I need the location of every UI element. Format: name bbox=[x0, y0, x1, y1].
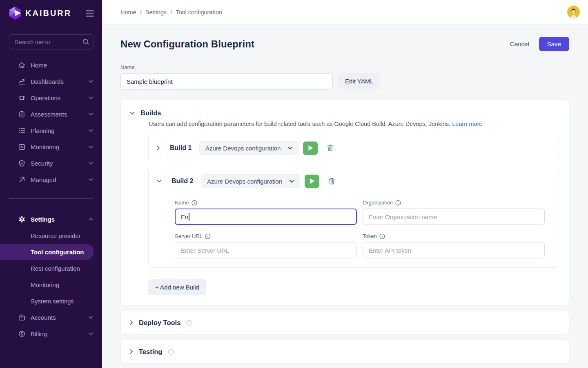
edit-yaml-button[interactable]: Edit YAML bbox=[338, 73, 380, 89]
sidebar-item-label: Billing bbox=[31, 330, 47, 337]
hamburger-icon[interactable] bbox=[86, 9, 94, 17]
sidebar-item-home[interactable]: Home bbox=[0, 57, 102, 73]
sidebar-item-assessments[interactable]: Assessments bbox=[0, 106, 102, 122]
sidebar-item-monitoring[interactable]: Monitoring bbox=[0, 139, 102, 155]
sidebar-subitem-resource-provider[interactable]: Resource provider bbox=[0, 227, 94, 244]
sidebar-item-security[interactable]: Security bbox=[0, 155, 102, 171]
sidebar-subitem-label: Resource provider bbox=[31, 232, 81, 239]
cancel-button[interactable]: Cancel bbox=[510, 40, 529, 47]
home-icon bbox=[18, 61, 26, 69]
logo-row: KAIBURR bbox=[0, 0, 102, 25]
breadcrumb-settings[interactable]: Settings bbox=[145, 9, 167, 16]
build-1-run-button[interactable] bbox=[303, 141, 318, 155]
chevron-down-icon bbox=[89, 332, 93, 335]
sidebar-subitem-label: System settings bbox=[31, 298, 74, 305]
save-button[interactable]: Save bbox=[539, 37, 569, 51]
info-icon[interactable] bbox=[395, 200, 401, 206]
testing-title: Testing bbox=[139, 348, 162, 356]
sidebar-item-managed[interactable]: Managed bbox=[0, 171, 102, 188]
main-area: Home / Settings / Tool configuration New… bbox=[102, 0, 588, 368]
search-icon bbox=[82, 38, 89, 45]
build-2-title: Build 2 bbox=[172, 177, 200, 185]
build-2-server-url-input[interactable] bbox=[175, 242, 357, 258]
assessments-icon bbox=[18, 110, 26, 118]
chevron-down-icon bbox=[89, 146, 93, 148]
builds-description: Users can add configuration parameters f… bbox=[149, 121, 559, 127]
build-2-run-button[interactable] bbox=[305, 175, 319, 188]
sidebar-subitem-monitoring[interactable]: Monitoring bbox=[0, 276, 94, 293]
testing-expand-chevron-icon[interactable] bbox=[130, 349, 133, 354]
sidebar-item-label: Planning bbox=[31, 127, 54, 134]
sidebar-subitem-system-settings[interactable]: System settings bbox=[0, 293, 94, 309]
chevron-down-icon bbox=[89, 96, 93, 99]
sidebar-subitem-label: Tool configuration bbox=[31, 249, 84, 256]
build-2-name-field: Name En bbox=[175, 200, 357, 225]
build-1-expand-chevron-icon[interactable] bbox=[157, 146, 160, 150]
billing-dollar-icon bbox=[18, 330, 26, 338]
brand-name: KAIBURR bbox=[25, 9, 71, 18]
build-2-name-value: En bbox=[181, 213, 188, 220]
blueprint-name-block: Name Edit YAML bbox=[120, 64, 569, 90]
build-1-tool-dropdown[interactable]: Azure Devops configuration bbox=[199, 141, 298, 155]
build-2-delete-button[interactable] bbox=[328, 177, 335, 185]
sidebar-item-label: Settings bbox=[31, 216, 55, 223]
info-icon[interactable] bbox=[168, 349, 174, 355]
build-2-organization-input[interactable] bbox=[363, 209, 545, 225]
monitoring-icon bbox=[18, 143, 26, 151]
sidebar-subitem-tool-configuration[interactable]: Tool configuration bbox=[0, 244, 94, 260]
build-2-token-input[interactable] bbox=[363, 242, 545, 258]
sidebar-item-billing[interactable]: Billing bbox=[0, 325, 102, 342]
blueprint-name-label: Name bbox=[120, 64, 569, 70]
sidebar-item-operations[interactable]: Operations bbox=[0, 90, 102, 106]
breadcrumb-home[interactable]: Home bbox=[120, 9, 136, 16]
add-new-build-button[interactable]: + Add new Build bbox=[148, 279, 206, 295]
chevron-down-icon bbox=[89, 178, 93, 181]
user-avatar[interactable] bbox=[567, 6, 580, 18]
chevron-down-icon bbox=[288, 147, 292, 150]
page-header: New Configuration Blueprint Cancel Save bbox=[120, 37, 569, 51]
build-2-tool-value: Azure Devops configuration bbox=[207, 178, 282, 185]
sidebar-item-label: Operations bbox=[31, 94, 60, 101]
blueprint-name-input[interactable] bbox=[120, 73, 333, 90]
page-title: New Configuration Blueprint bbox=[120, 38, 254, 50]
info-icon[interactable] bbox=[379, 233, 385, 239]
builds-description-text: Users can add configuration parameters f… bbox=[149, 121, 450, 127]
testing-section: Testing bbox=[120, 340, 569, 364]
build-2-card: Build 2 Azure Devops configuration bbox=[148, 169, 559, 268]
name-field-label: Name bbox=[175, 200, 189, 206]
build-2-name-input[interactable]: En bbox=[175, 209, 357, 225]
build-1-card: Build 1 Azure Devops configuration bbox=[148, 136, 559, 160]
info-icon[interactable] bbox=[186, 320, 192, 326]
sidebar-item-dashboards[interactable]: Dashboards bbox=[0, 73, 102, 90]
sidebar-item-accounts[interactable]: Accounts bbox=[0, 309, 102, 325]
sidebar-item-label: Monitoring bbox=[31, 144, 59, 150]
learn-more-link[interactable]: Learn more bbox=[452, 121, 482, 127]
breadcrumb-current: Tool configuration bbox=[176, 9, 222, 16]
chevron-down-icon bbox=[89, 113, 93, 116]
build-2-organization-field: Organization bbox=[363, 200, 545, 225]
sidebar-subitem-label: Monitoring bbox=[31, 281, 59, 288]
breadcrumb: Home / Settings / Tool configuration bbox=[120, 9, 222, 16]
accounts-briefcase-icon bbox=[18, 314, 26, 321]
build-2-token-field: Token bbox=[363, 233, 545, 258]
builds-collapse-chevron-icon[interactable] bbox=[130, 112, 135, 115]
sidebar-item-settings[interactable]: Settings bbox=[0, 211, 102, 227]
info-icon[interactable] bbox=[192, 200, 197, 206]
build-2-tool-dropdown[interactable]: Azure Devops configuration bbox=[201, 174, 300, 188]
sidebar-item-label: Security bbox=[31, 160, 53, 167]
deploy-tools-section: Deploy Tools bbox=[120, 311, 569, 334]
avatar-image bbox=[567, 6, 580, 18]
sidebar-item-label: Dashboards bbox=[31, 78, 64, 85]
info-icon[interactable] bbox=[205, 233, 211, 239]
builds-section: Builds Users can add configuration param… bbox=[120, 100, 569, 305]
sidebar-divider bbox=[9, 198, 93, 199]
deploy-tools-expand-chevron-icon[interactable] bbox=[130, 320, 133, 325]
chevron-down-icon bbox=[89, 129, 93, 132]
build-1-delete-button[interactable] bbox=[327, 144, 334, 152]
build-2-collapse-chevron-icon[interactable] bbox=[157, 180, 162, 183]
sidebar-item-planning[interactable]: Planning bbox=[0, 122, 102, 139]
chevron-down-icon bbox=[89, 162, 93, 165]
sidebar-subitem-rest-configuration[interactable]: Rest configuration bbox=[0, 260, 94, 276]
search-input[interactable] bbox=[9, 34, 94, 49]
breadcrumb-separator: / bbox=[170, 9, 172, 16]
